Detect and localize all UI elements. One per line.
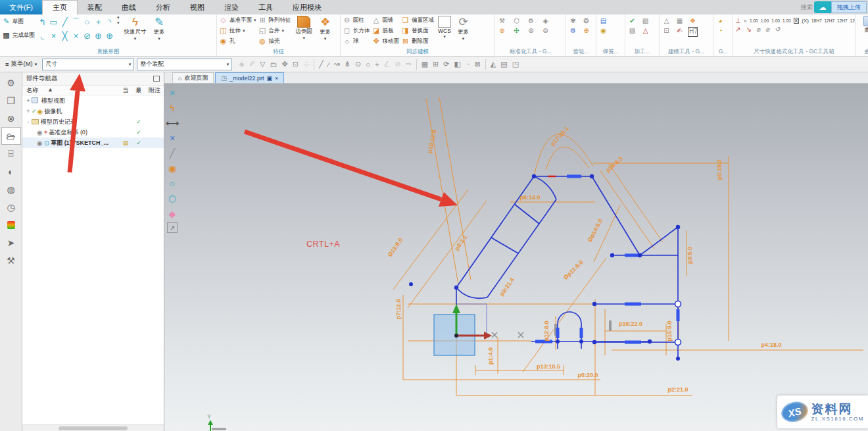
gc-token-12[interactable]: 12 <box>850 18 855 23</box>
point-icon[interactable]: + <box>93 15 104 29</box>
line-tool-icon[interactable]: ╱ <box>166 147 179 159</box>
unite-button[interactable]: ◱合并▾ <box>258 26 291 36</box>
fit-view-icon[interactable]: ⊞ <box>433 60 439 68</box>
sphere-button[interactable]: ○球 <box>343 36 370 46</box>
column-latest[interactable]: 最 <box>132 86 145 95</box>
tab-home[interactable]: 主页 <box>42 0 78 14</box>
snap-endpoint-icon[interactable]: ∕ <box>328 61 329 68</box>
machining-icon-2[interactable]: ▧ <box>640 17 650 27</box>
linear-dimension-icon[interactable]: ⟷ <box>166 116 179 129</box>
menu-button[interactable]: ≡ 菜单(M)▾ <box>3 60 39 68</box>
group-label-surface[interactable]: 曲面 <box>857 47 868 56</box>
offset-region-button[interactable]: ❏偏置区域 <box>401 15 434 25</box>
lasso-icon[interactable]: ✐ <box>249 60 255 68</box>
rib-button[interactable]: ◪筋板 <box>372 26 400 36</box>
refresh-view-icon[interactable]: ⟳ <box>443 60 449 68</box>
open-in-sketch-task-icon[interactable]: ↗ <box>167 222 178 233</box>
machining-icon-4[interactable]: △ <box>640 27 650 37</box>
tab-curve[interactable]: 曲线 <box>112 0 146 14</box>
gc-token-h7b[interactable]: 12H7 <box>825 18 835 23</box>
quick-trim-icon[interactable]: × <box>70 29 82 43</box>
snap-settings-icon[interactable]: 🗀 <box>270 61 277 68</box>
layer-settings-icon[interactable]: ▤ <box>500 60 507 68</box>
std-tool-icon-7[interactable]: ⊛ <box>526 27 536 37</box>
line-icon[interactable]: ╱ <box>59 15 70 29</box>
edge-blend-button[interactable]: 边倒圆▾ <box>293 15 316 41</box>
datum-tool-icon[interactable]: ◆ <box>166 207 179 220</box>
palette-icon[interactable] <box>1 216 21 234</box>
shaded-view-icon[interactable]: ◧ <box>454 60 461 68</box>
gc-diameter-icon-2[interactable]: ⌀ <box>766 26 770 33</box>
gc-diameter-icon-1[interactable]: ⌀ <box>757 26 761 33</box>
rectangle-icon[interactable]: ▭ <box>48 15 59 29</box>
group-label-misc[interactable]: G... <box>715 47 731 56</box>
move-curve-icon[interactable]: ⊕ <box>104 29 115 43</box>
eye-icon[interactable]: ◉ <box>37 129 43 136</box>
gc-token-x[interactable]: X <box>794 18 800 24</box>
gc-arrange-icon-1[interactable]: ↗ <box>735 26 740 33</box>
move-face-button[interactable]: ✥移动面 <box>372 36 400 46</box>
circle-tool-icon[interactable]: ○ <box>166 177 179 190</box>
finish-sketch-button[interactable]: ▩完成草图 <box>2 30 35 40</box>
tree-row-cameras[interactable]: + ✓ ◉ 摄像机 <box>22 106 164 116</box>
std-tool-icon-1[interactable]: ⚒ <box>497 17 507 27</box>
gc-token-4[interactable]: 1.00 <box>783 18 791 23</box>
mirror-curve-icon[interactable]: ⊕ <box>93 29 104 43</box>
expander-icon[interactable]: + <box>25 97 32 104</box>
tree-row-model-history[interactable]: - 模型历史记录 ✓ <box>22 116 164 127</box>
cloud-icon[interactable]: ☁ <box>814 1 831 13</box>
feature-more-button[interactable]: ❖ 更多▾ <box>317 15 333 42</box>
modeling-icon-4[interactable]: ⊡ <box>662 27 671 37</box>
expander-icon[interactable]: + <box>25 108 32 114</box>
pan-view-icon[interactable]: ⊠ <box>475 60 481 68</box>
column-note[interactable]: 附注 <box>145 86 164 95</box>
group-label-feature[interactable]: 特征 <box>219 47 338 56</box>
restore-panel-icon[interactable] <box>153 76 160 82</box>
gc-token-px[interactable]: (X) <box>802 18 809 23</box>
shell-button[interactable]: ◍抽壳 <box>258 36 291 46</box>
modeling-icon-2[interactable]: ▦ <box>675 17 685 27</box>
polygon-tool-icon[interactable]: ⬡ <box>166 192 179 205</box>
selection-scope-combo[interactable]: 整个装配▾ <box>137 59 232 70</box>
group-label-machining[interactable]: 加工... <box>627 47 657 56</box>
gc-delete-icon[interactable]: × <box>744 18 747 24</box>
system-tools-icon[interactable]: ⚒ <box>1 251 21 269</box>
tab-tools[interactable]: 工具 <box>249 0 283 14</box>
roles-pointer-icon[interactable]: ➤ <box>1 234 21 251</box>
crosshair-icon[interactable]: ⊹ <box>303 60 309 68</box>
offset-curve-icon[interactable]: ⊘ <box>82 29 93 43</box>
gc-arrange-icon-2[interactable]: ↘ <box>746 26 751 33</box>
select-icon[interactable]: ◈ <box>239 60 244 68</box>
tab-analysis[interactable]: 分析 <box>146 0 180 14</box>
close-tab-icon[interactable]: × <box>275 75 278 82</box>
snap-arc-center-icon[interactable]: ⊙ <box>355 60 361 68</box>
snap-tangent-icon[interactable]: ∠ <box>383 60 390 68</box>
chamfer-icon[interactable]: ◟ <box>37 29 48 43</box>
snap-node-icon[interactable]: ⇒ <box>405 60 411 68</box>
cone-button[interactable]: △圆锥 <box>372 15 400 25</box>
std-tool-icon-4[interactable]: ◈ <box>541 17 550 27</box>
quick-dimension-icon[interactable]: ϟ <box>166 101 179 114</box>
block-button[interactable]: ◻长方体 <box>343 26 370 36</box>
snap-spline-icon[interactable]: ↝ <box>334 60 340 68</box>
replace-face-button[interactable]: ◨替换面 <box>401 26 434 36</box>
spring-tool-icon-2[interactable]: ◉ <box>598 27 608 37</box>
wcs-button[interactable]: WCS▾ <box>436 15 453 40</box>
hole-button[interactable]: ◉孔 <box>219 36 256 46</box>
close-sketch-icon[interactable]: × <box>166 86 179 99</box>
tree-row-datum-csys[interactable]: ◉ ⌖ 基准坐标系 (0) ✓ <box>22 127 164 138</box>
selection-filter-combo[interactable]: 尺寸▾ <box>42 59 134 70</box>
orient-view-icon[interactable]: ◭ <box>491 60 496 68</box>
group-label-gc-toolbox[interactable]: 尺寸快速格式化工具 - GC工具箱 <box>735 47 853 56</box>
gc-token-2[interactable]: 1.00 <box>761 18 769 23</box>
file-menu-button[interactable]: 文件(F) <box>0 0 42 14</box>
arc-tool-icon[interactable]: ◉ <box>166 162 179 174</box>
gear-tool-icon-2[interactable]: ❂ <box>581 17 591 27</box>
rapid-dimension-button[interactable]: ϟ 快速尺寸▾ <box>122 15 149 42</box>
gc-token-h7a[interactable]: 18H7 <box>811 18 822 23</box>
tab-assemblies[interactable]: 装配 <box>78 0 112 14</box>
std-tool-icon-8[interactable]: ⊜ <box>541 27 550 37</box>
fillet-icon[interactable]: ◝ <box>104 15 115 29</box>
gc-token-1[interactable]: 1.00 <box>750 18 758 23</box>
snap-intersection-icon[interactable]: ⋔ <box>345 60 350 68</box>
